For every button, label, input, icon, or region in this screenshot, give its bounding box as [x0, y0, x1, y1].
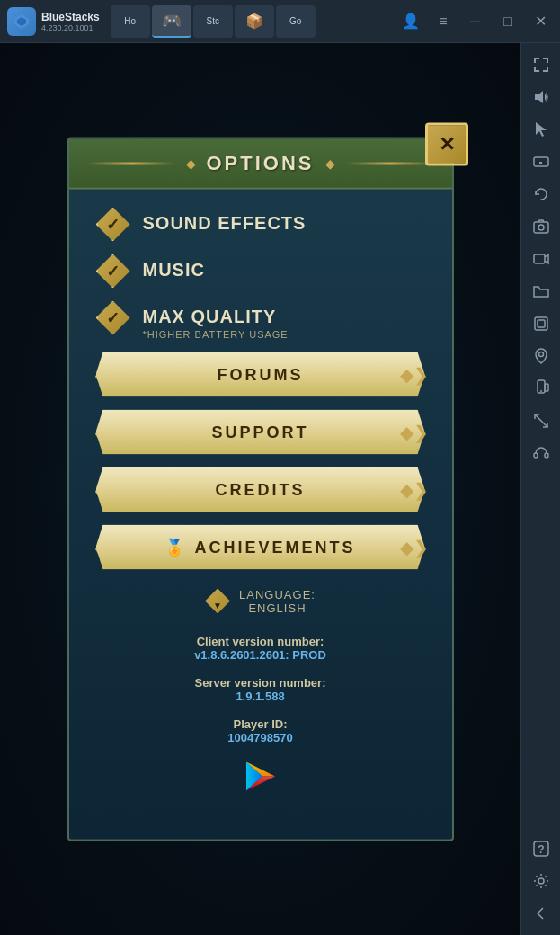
server-version-label: Server version number:: [96, 676, 425, 690]
achievements-trophy-icon: 🏅: [164, 538, 187, 557]
support-button[interactable]: ❮◆ SUPPORT ◆❯: [96, 410, 425, 455]
achievements-ornament-right: ◆❯: [400, 537, 429, 558]
forums-button[interactable]: ❮◆ FORUMS ◆❯: [96, 352, 425, 397]
language-value: ENGLISH: [239, 601, 316, 615]
tab-package[interactable]: 📦: [235, 5, 274, 38]
support-label: SUPPORT: [211, 423, 308, 441]
language-label: LANGUAGE:: [239, 588, 316, 601]
settings-sidebar-icon[interactable]: [527, 867, 556, 895]
close-button[interactable]: [425, 123, 468, 166]
hamburger-icon[interactable]: ≡: [431, 9, 456, 34]
sound-effects-label-group: SOUND EFFECTS: [143, 208, 307, 234]
profile-icon[interactable]: 👤: [398, 9, 423, 34]
svg-rect-16: [535, 317, 547, 330]
max-quality-label-group: MAX QUALITY *HIGHER BATTERY USAGE: [143, 301, 289, 340]
max-quality-sublabel: *HIGHER BATTERY USAGE: [143, 329, 289, 340]
tab-go[interactable]: Go: [276, 5, 316, 38]
bs-version: 4.230.20.1001: [41, 23, 100, 32]
phone-sidebar-icon[interactable]: [527, 374, 556, 403]
player-id-label: Player ID:: [96, 717, 425, 731]
credits-button[interactable]: ❮◆ CREDITS ◆❯: [96, 468, 425, 512]
server-version-block: Server version number: 1.9.1.588: [96, 676, 425, 703]
bluestacks-logo: BlueStacks 4.230.20.1001: [0, 7, 107, 36]
music-row[interactable]: ✓ MUSIC: [96, 254, 425, 289]
client-version-block: Client version number: v1.8.6.2601.2601:…: [96, 635, 425, 662]
bs-icon: [7, 7, 36, 36]
svg-text:?: ?: [538, 843, 544, 856]
modal-container: ◆ OPTIONS ◆ ✓ SOUND EFFECTS: [67, 138, 454, 842]
music-label: MUSIC: [143, 254, 205, 280]
keyboard-sidebar-icon[interactable]: [527, 147, 556, 176]
right-sidebar: ?: [520, 43, 560, 935]
tab-game[interactable]: 🎮: [152, 5, 191, 38]
header-diamond-left: ◆: [186, 156, 196, 171]
game-area: ◆ OPTIONS ◆ ✓ SOUND EFFECTS: [0, 43, 520, 935]
resize-sidebar-icon[interactable]: [527, 406, 556, 435]
back-sidebar-icon[interactable]: [527, 899, 556, 928]
close-icon[interactable]: ✕: [528, 9, 553, 34]
achievements-btn-bg: 🏅 ACHIEVEMENTS: [96, 525, 425, 570]
credits-label: CREDITS: [215, 480, 305, 499]
topbar: BlueStacks 4.230.20.1001 Ho 🎮 Stc 📦 Go 👤…: [0, 0, 560, 43]
svg-point-14: [538, 225, 544, 230]
video-sidebar-icon[interactable]: [527, 245, 556, 273]
tab-store[interactable]: Stc: [193, 5, 233, 38]
rotate-sidebar-icon[interactable]: [527, 180, 556, 209]
svg-rect-17: [538, 320, 545, 327]
max-quality-label: MAX QUALITY: [143, 301, 289, 327]
bs-name: BlueStacks: [41, 11, 100, 23]
svg-rect-24: [545, 453, 548, 458]
cursor-sidebar-icon[interactable]: [527, 115, 556, 144]
sound-effects-checkbox[interactable]: ✓: [96, 208, 130, 242]
forums-label: FORUMS: [218, 365, 304, 384]
volume-sidebar-icon[interactable]: [527, 83, 556, 111]
playstore-icon: [243, 759, 279, 795]
question-sidebar-icon[interactable]: ?: [527, 834, 556, 863]
music-label-group: MUSIC: [143, 254, 205, 280]
minimize-icon[interactable]: ─: [463, 9, 488, 34]
forums-ornament-right: ◆❯: [400, 364, 429, 386]
modal-title: OPTIONS: [207, 152, 315, 175]
maximize-icon[interactable]: □: [495, 9, 520, 34]
player-id-value: 1004798570: [96, 731, 425, 744]
sound-effects-check: ✓: [106, 215, 120, 235]
svg-line-22: [535, 414, 547, 427]
bs-text: BlueStacks 4.230.20.1001: [41, 11, 100, 32]
language-row[interactable]: ▼ LANGUAGE: ENGLISH: [96, 588, 425, 615]
tab-home[interactable]: Ho: [111, 5, 150, 38]
max-quality-row[interactable]: ✓ MAX QUALITY *HIGHER BATTERY USAGE: [96, 301, 425, 340]
max-quality-checkbox[interactable]: ✓: [96, 301, 130, 335]
language-dropdown-icon[interactable]: ▼: [205, 589, 230, 614]
expand-sidebar-icon[interactable]: [527, 50, 556, 79]
language-text: LANGUAGE: ENGLISH: [239, 588, 316, 615]
sound-effects-label: SOUND EFFECTS: [143, 208, 307, 234]
topbar-tabs: Ho 🎮 Stc 📦 Go: [107, 5, 398, 38]
options-modal: ◆ OPTIONS ◆ ✓ SOUND EFFECTS: [67, 138, 454, 842]
headset-sidebar-icon[interactable]: [527, 439, 556, 468]
achievements-button[interactable]: ❮◆ 🏅 ACHIEVEMENTS ◆❯: [96, 525, 425, 570]
modal-body: ✓ SOUND EFFECTS ✓ MUSIC: [69, 190, 452, 813]
header-line-left: [87, 163, 175, 165]
svg-rect-23: [534, 453, 538, 458]
player-id-block: Player ID: 1004798570: [96, 717, 425, 744]
version-section: Client version number: v1.8.6.2601.2601:…: [96, 635, 425, 795]
svg-rect-21: [545, 384, 548, 391]
svg-rect-15: [534, 254, 545, 263]
credits-btn-bg: CREDITS: [96, 468, 425, 512]
topbar-right: 👤 ≡ ─ □ ✕: [398, 9, 560, 34]
folder-sidebar-icon[interactable]: [527, 277, 556, 306]
sound-effects-row[interactable]: ✓ SOUND EFFECTS: [96, 208, 425, 242]
location-sidebar-icon[interactable]: [527, 342, 556, 370]
support-ornament-right: ◆❯: [400, 422, 429, 443]
header-line-right: [346, 163, 434, 165]
screenshot-sidebar-icon[interactable]: [527, 212, 556, 241]
client-version-label: Client version number:: [96, 635, 425, 648]
svg-point-27: [538, 878, 544, 884]
layers-sidebar-icon[interactable]: [527, 309, 556, 338]
svg-rect-13: [534, 222, 548, 233]
server-version-value: 1.9.1.588: [96, 690, 425, 703]
header-diamond-right: ◆: [325, 156, 335, 171]
music-checkbox[interactable]: ✓: [96, 254, 130, 289]
playstore-button[interactable]: [96, 759, 425, 795]
max-quality-check: ✓: [106, 308, 120, 328]
